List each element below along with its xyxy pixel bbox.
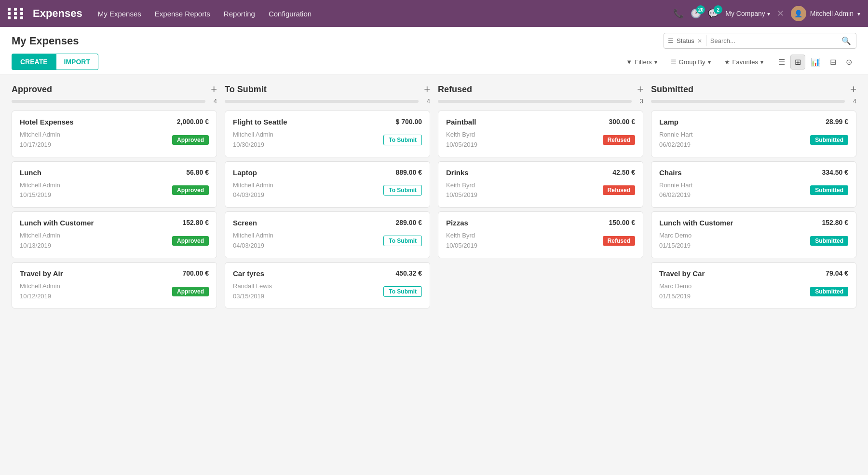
group-by-button[interactable]: ☰ Group By xyxy=(668,56,714,68)
card-amount-approved-1: 56.80 € xyxy=(186,168,209,176)
kanban-view-button[interactable]: ⊞ xyxy=(790,55,805,70)
nav-my-expenses[interactable]: My Expenses xyxy=(98,10,141,18)
expense-card-approved-1[interactable]: Lunch 56.80 € Mitchell Admin 10/15/2019 … xyxy=(12,161,217,208)
message-count: 2 xyxy=(714,5,722,14)
card-bottom-to-submit-0: Mitchell Admin 10/30/2019 To Submit xyxy=(233,130,422,150)
search-bar: ☰ Status ✕ 🔍 xyxy=(664,33,856,49)
card-bottom-submitted-0: Ronnie Hart 06/02/2019 Submitted xyxy=(659,130,848,150)
card-bottom-submitted-1: Ronnie Hart 06/02/2019 Submitted xyxy=(659,181,848,201)
card-top-approved-1: Lunch 56.80 € xyxy=(20,168,209,177)
expense-card-submitted-0[interactable]: Lamp 28.99 € Ronnie Hart 06/02/2019 Subm… xyxy=(651,111,856,157)
grid-view-button[interactable]: ⊟ xyxy=(826,55,841,70)
column-progress-to-submit: 4 xyxy=(225,98,430,105)
status-badge-submitted-3: Submitted xyxy=(810,287,848,296)
nav-reporting[interactable]: Reporting xyxy=(224,10,255,18)
card-name-approved-0: Hotel Expenses xyxy=(20,118,74,126)
column-header-approved: Approved + xyxy=(12,84,217,95)
app-grid-menu[interactable] xyxy=(8,8,25,19)
activity-view-button[interactable]: ⊙ xyxy=(841,55,856,70)
expense-card-submitted-1[interactable]: Chairs 334.50 € Ronnie Hart 06/02/2019 S… xyxy=(651,161,856,208)
card-meta-submitted-2: Marc Demo 01/15/2019 xyxy=(659,231,692,251)
status-badge-approved-0: Approved xyxy=(172,135,209,145)
card-top-submitted-3: Travel by Car 79.04 € xyxy=(659,269,848,278)
expense-card-approved-3[interactable]: Travel by Air 700.00 € Mitchell Admin 10… xyxy=(12,262,217,309)
expense-card-refused-2[interactable]: Pizzas 150.00 € Keith Byrd 10/05/2019 Re… xyxy=(438,211,643,258)
column-add-to-submit[interactable]: + xyxy=(424,84,430,95)
card-top-submitted-0: Lamp 28.99 € xyxy=(659,118,848,126)
card-user-approved-0: Mitchell Admin xyxy=(20,130,60,140)
expense-card-approved-0[interactable]: Hotel Expenses 2,000.00 € Mitchell Admin… xyxy=(12,111,217,157)
toolbar-right: ▼ Filters ☰ Group By Favorites ☰ ⊞ 📊 ⊟ ⊙ xyxy=(623,55,856,70)
app-brand: Expenses xyxy=(33,7,82,20)
create-button[interactable]: CREATE xyxy=(12,54,56,70)
column-add-submitted[interactable]: + xyxy=(850,84,856,95)
card-name-refused-0: Paintball xyxy=(446,118,476,126)
column-header-to-submit: To Submit + xyxy=(225,84,430,95)
card-top-to-submit-3: Car tyres 450.32 € xyxy=(233,269,422,278)
status-badge-approved-1: Approved xyxy=(172,185,209,195)
page-title: My Expenses xyxy=(12,35,79,47)
expense-card-to-submit-1[interactable]: Laptop 889.00 € Mitchell Admin 04/03/201… xyxy=(225,161,430,208)
status-badge-submitted-2: Submitted xyxy=(810,236,848,246)
expense-card-refused-1[interactable]: Drinks 42.50 € Keith Byrd 10/05/2019 Ref… xyxy=(438,161,643,208)
card-amount-submitted-1: 334.50 € xyxy=(822,168,849,176)
column-progress-submitted: 4 xyxy=(651,98,856,105)
nav-expense-reports[interactable]: Expense Reports xyxy=(155,10,210,18)
avatar: 👤 xyxy=(791,6,806,21)
card-amount-to-submit-0: $ 700.00 xyxy=(396,118,422,126)
expense-card-to-submit-0[interactable]: Flight to Seattle $ 700.00 Mitchell Admi… xyxy=(225,111,430,157)
bar-chart-view-button[interactable]: 📊 xyxy=(806,55,825,70)
card-date-submitted-0: 06/02/2019 xyxy=(659,140,692,150)
column-add-refused[interactable]: + xyxy=(637,84,643,95)
expense-card-approved-2[interactable]: Lunch with Customer 152.80 € Mitchell Ad… xyxy=(12,211,217,258)
favorites-button[interactable]: Favorites xyxy=(721,56,766,68)
search-button[interactable]: 🔍 xyxy=(837,33,856,48)
filters-button[interactable]: ▼ Filters xyxy=(623,56,660,68)
message-badge-button[interactable]: 💬 2 xyxy=(708,8,719,19)
card-name-refused-2: Pizzas xyxy=(446,219,468,227)
card-top-submitted-1: Chairs 334.50 € xyxy=(659,168,848,177)
card-top-approved-0: Hotel Expenses 2,000.00 € xyxy=(20,118,209,126)
activity-count: 20 xyxy=(696,5,705,14)
top-navigation: Expenses My Expenses Expense Reports Rep… xyxy=(0,0,868,27)
import-button[interactable]: IMPORT xyxy=(56,54,98,70)
search-input[interactable] xyxy=(706,34,837,47)
card-top-refused-0: Paintball 300.00 € xyxy=(446,118,635,126)
company-selector[interactable]: My Company xyxy=(725,10,770,17)
card-bottom-to-submit-2: Mitchell Admin 04/03/2019 To Submit xyxy=(233,231,422,251)
column-header-refused: Refused + xyxy=(438,84,643,95)
card-date-submitted-3: 01/15/2019 xyxy=(659,292,692,302)
card-user-to-submit-1: Mitchell Admin xyxy=(233,181,273,191)
expense-card-to-submit-3[interactable]: Car tyres 450.32 € Randall Lewis 03/15/2… xyxy=(225,262,430,309)
card-amount-to-submit-3: 450.32 € xyxy=(396,269,422,277)
card-date-approved-0: 10/17/2019 xyxy=(20,140,60,150)
group-by-icon: ☰ xyxy=(671,58,677,66)
card-user-approved-3: Mitchell Admin xyxy=(20,281,60,292)
card-date-to-submit-0: 10/30/2019 xyxy=(233,140,273,150)
main-nav: My Expenses Expense Reports Reporting Co… xyxy=(98,10,674,18)
expense-card-submitted-3[interactable]: Travel by Car 79.04 € Marc Demo 01/15/20… xyxy=(651,262,856,309)
phone-icon[interactable]: 📞 xyxy=(673,8,684,19)
nav-configuration[interactable]: Configuration xyxy=(269,10,312,18)
card-user-refused-1: Keith Byrd xyxy=(446,181,477,191)
expense-card-to-submit-2[interactable]: Screen 289.00 € Mitchell Admin 04/03/201… xyxy=(225,211,430,258)
list-view-button[interactable]: ☰ xyxy=(774,55,789,70)
column-count-to-submit: 4 xyxy=(422,98,430,105)
card-user-to-submit-0: Mitchell Admin xyxy=(233,130,273,140)
column-add-approved[interactable]: + xyxy=(211,84,217,95)
expense-card-submitted-2[interactable]: Lunch with Customer 152.80 € Marc Demo 0… xyxy=(651,211,856,258)
user-menu[interactable]: 👤 Mitchell Admin xyxy=(791,6,860,21)
card-user-submitted-0: Ronnie Hart xyxy=(659,130,692,140)
progress-bar-submitted xyxy=(651,100,845,103)
card-name-submitted-1: Chairs xyxy=(659,168,682,177)
view-toggle: ☰ ⊞ 📊 ⊟ ⊙ xyxy=(774,55,856,70)
activity-badge-button[interactable]: 🕐 20 xyxy=(691,8,701,19)
expense-card-refused-0[interactable]: Paintball 300.00 € Keith Byrd 10/05/2019… xyxy=(438,111,643,157)
filter-tag-remove[interactable]: ✕ xyxy=(697,38,702,44)
status-badge-approved-2: Approved xyxy=(172,236,209,246)
column-header-submitted: Submitted + xyxy=(651,84,856,95)
card-top-to-submit-1: Laptop 889.00 € xyxy=(233,168,422,177)
column-title-submitted: Submitted xyxy=(651,84,693,95)
card-bottom-refused-1: Keith Byrd 10/05/2019 Refused xyxy=(446,181,635,201)
progress-bar-approved xyxy=(12,100,205,103)
